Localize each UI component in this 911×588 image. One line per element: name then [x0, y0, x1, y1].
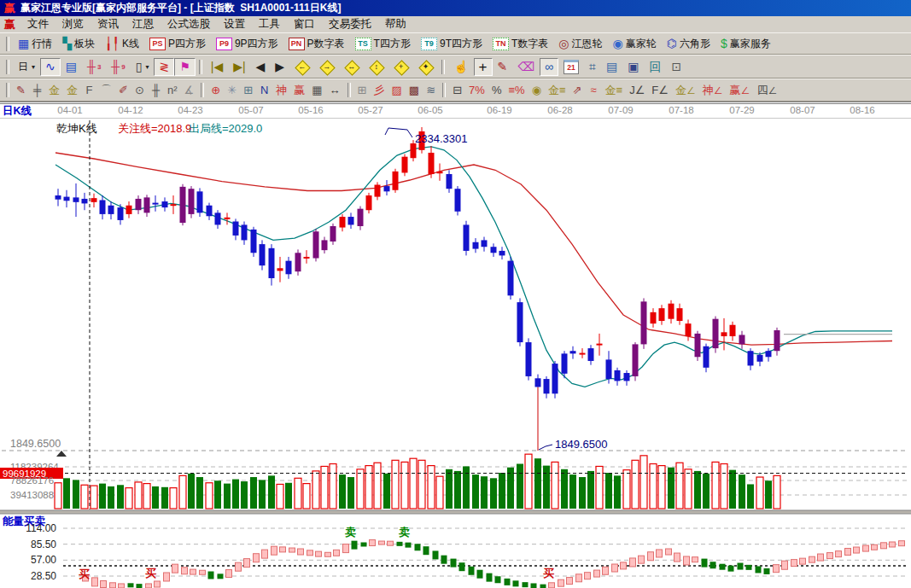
tb-period-selector[interactable]: 日▾ — [13, 58, 40, 76]
tb-slope-pen[interactable]: ⇗ — [569, 81, 586, 99]
tb-arc-tool[interactable]: ⌒ — [97, 81, 115, 99]
tb-zoom-all[interactable]: ✦ — [413, 58, 438, 76]
tb-save-disk[interactable]: ▣ — [622, 58, 644, 76]
tb-gold-levels-2[interactable]: 金≡ — [602, 81, 627, 99]
tb-grid-9[interactable]: ╫9 — [106, 58, 130, 76]
tb-grid-circle[interactable]: ⊞ — [240, 81, 256, 99]
tb-percent-retrace[interactable]: 7% — [465, 81, 488, 99]
tb-sectors[interactable]: ▚板块 — [57, 35, 100, 53]
tb-hexagon[interactable]: ⌬六角形 — [662, 35, 715, 53]
tb-gold-square-1[interactable]: 金 — [45, 81, 63, 99]
tb-calendar[interactable]: 21 — [558, 58, 584, 76]
tb-ying-angle-line[interactable]: 赢∠ — [727, 81, 754, 99]
tb-memo[interactable]: ▤ — [601, 58, 622, 76]
ratio-table-icon: ⊟ — [453, 84, 462, 96]
tb-wave-count[interactable]: N — [256, 81, 272, 99]
tb-p-square[interactable]: PSP四方形 — [144, 35, 211, 53]
tb-percent-tool[interactable]: % — [488, 81, 505, 99]
tb-shade-grid[interactable]: ▩ — [406, 81, 423, 99]
tb-shen-angle-line[interactable]: 神∠ — [699, 81, 727, 99]
tb-gann-wheel[interactable]: ◎江恩轮 — [553, 35, 607, 53]
tb-four-angle-line[interactable]: 四∠ — [753, 81, 780, 99]
tb-step-forward[interactable]: ▶ — [270, 58, 289, 76]
tb-ratio-table[interactable]: ⊟ — [449, 81, 465, 99]
menu-item-2[interactable]: 资讯 — [91, 16, 126, 32]
menu-item-4[interactable]: 公式选股 — [161, 16, 217, 32]
tb-gold-square-2[interactable]: 金 — [63, 81, 81, 99]
tb-candle-type[interactable]: ▯▾ — [131, 58, 155, 76]
tb-9t-square[interactable]: T99T四方形 — [416, 35, 488, 53]
tb-p-number-table[interactable]: PNP数字表 — [283, 35, 350, 53]
tb-zoom-vertical[interactable]: ↕ — [364, 58, 388, 76]
tb-winner-service[interactable]: $赢家服务 — [715, 35, 776, 53]
tb-width-measure[interactable]: ↔ — [326, 81, 344, 99]
tb-wave-lines[interactable]: ≋ — [423, 81, 439, 99]
tb-gold-ring[interactable]: ◉ — [528, 81, 545, 99]
digit-grid-icon: ▦ — [312, 84, 322, 96]
tb-gold-levels[interactable]: 金≡ — [545, 81, 569, 99]
menu-item-9[interactable]: 帮助 — [378, 16, 413, 32]
tb-gann-line-grid[interactable]: ╪ — [29, 81, 45, 99]
tb-kline[interactable]: ╽╿K线 — [100, 35, 144, 53]
tb-expand-right[interactable]: → — [314, 58, 339, 76]
tb-angle-measure[interactable]: ∡ — [181, 81, 198, 99]
tb-system-link[interactable]: ⊡ — [666, 58, 686, 76]
date-axis: 04-0104-1204-2305-0705-1605-2706-0506-19… — [57, 105, 874, 115]
tb-t-square[interactable]: TST四方形 — [350, 35, 416, 53]
tb-flag-marker[interactable]: ⚑ — [174, 58, 196, 76]
tb-9p-square[interactable]: P99P四方形 — [211, 35, 283, 53]
tb-remote-data[interactable]: 回 — [644, 58, 666, 76]
tb-j-angle-line[interactable]: J∠ — [626, 81, 648, 99]
tb-percent-levels[interactable]: ≡% — [505, 81, 528, 99]
tb-compress-left[interactable]: ← — [289, 58, 314, 76]
tb-zoom-horizontal[interactable]: ↔ — [339, 58, 364, 76]
tb-draw-pen[interactable]: ✎ — [13, 81, 29, 99]
fib-square-icon: F — [86, 84, 93, 96]
tb-f-angle-line[interactable]: F∠ — [648, 81, 672, 99]
tb-mark-pen[interactable]: ✐ — [115, 81, 131, 99]
tb-digit-grid[interactable]: ▦ — [308, 81, 325, 99]
tb-gold-angle-line[interactable]: 金∠ — [672, 81, 699, 99]
menu-item-1[interactable]: 浏览 — [55, 16, 91, 32]
tb-crosshair[interactable]: + — [474, 58, 493, 76]
tb-qiankun-toggle[interactable]: ≷ — [154, 58, 174, 76]
tb-jump-last[interactable]: ▶| — [228, 58, 250, 76]
tb-grid-3[interactable]: ╫3 — [82, 58, 106, 76]
menu-item-3[interactable]: 江恩 — [126, 16, 161, 32]
tb-drag-hand[interactable]: ☝ — [448, 58, 473, 76]
kline-chart-canvas[interactable]: 04-0104-1204-2305-0705-1605-2706-0506-19… — [0, 102, 911, 588]
tb-winner-wheel[interactable]: ◉赢家轮 — [608, 35, 662, 53]
tb-fib-square[interactable]: F — [81, 81, 97, 99]
menu-item-5[interactable]: 设置 — [217, 16, 252, 32]
tb-main-chart-tool[interactable]: ∿ — [40, 58, 61, 76]
tb-channel-wave[interactable]: ≈ — [586, 81, 602, 99]
tb-delete-drawing[interactable]: ⌫ — [512, 58, 540, 76]
tb-speed-box[interactable]: ▨ — [388, 81, 406, 99]
tb-star-circle[interactable]: ✳ — [224, 81, 240, 99]
tb-panel-grid[interactable]: ⊞ — [354, 81, 371, 99]
tb-speed-fan[interactable]: 彡 — [371, 81, 388, 99]
menu-item-6[interactable]: 工具 — [252, 16, 287, 32]
tb-quotes[interactable]: ▦行情 — [13, 35, 57, 53]
tb-binoculars-search[interactable]: ∞ — [540, 58, 558, 76]
attention-line-label: 关注线=2018.9 — [118, 122, 191, 135]
menu-item-0[interactable]: 文件 — [20, 16, 55, 32]
winner-service-label: 赢家服务 — [730, 37, 771, 51]
tb-info-document[interactable]: ▤ — [61, 58, 82, 76]
menu-item-7[interactable]: 窗口 — [287, 16, 322, 32]
tb-calculator[interactable]: ⌗ — [584, 58, 601, 76]
tb-ying-square[interactable]: 赢 — [290, 81, 308, 99]
t-square-label: T四方形 — [374, 37, 411, 51]
menu-item-8[interactable]: 交易委托 — [322, 16, 378, 32]
9p-square-icon: P9 — [216, 38, 232, 50]
tb-step-back[interactable]: ◀ — [251, 58, 271, 76]
tb-zoom-in[interactable]: + — [388, 58, 413, 76]
tb-jump-first[interactable]: |◀ — [206, 58, 228, 76]
tb-n-square[interactable]: n² — [164, 81, 181, 99]
tb-t-number-table[interactable]: TNT数字表 — [488, 35, 553, 53]
tb-gann-circle-cross[interactable]: ⊕ — [207, 81, 224, 99]
tb-shen-square[interactable]: 神 — [272, 81, 290, 99]
tb-circle-center[interactable]: ⊙ — [131, 81, 148, 99]
tb-draw-note[interactable]: ✎ — [493, 58, 513, 76]
tb-price-grid[interactable]: ╫ — [148, 81, 164, 99]
